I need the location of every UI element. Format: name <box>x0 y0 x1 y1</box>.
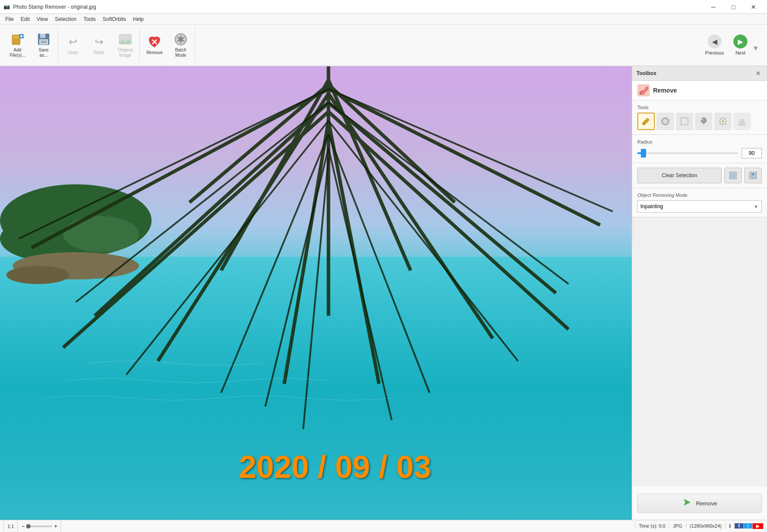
info-item[interactable]: ℹ <box>726 523 735 529</box>
svg-point-50 <box>663 119 668 124</box>
toolbox-spacer <box>632 217 767 487</box>
remove-section: Remove <box>632 81 767 100</box>
share-fb-icon: f <box>738 523 740 529</box>
original-image-label: OriginalImage <box>118 48 133 58</box>
export-selection-icon <box>749 171 757 180</box>
menu-selection[interactable]: Selection <box>52 14 80 24</box>
save-as-label: Saveas... <box>39 48 49 58</box>
radius-input[interactable] <box>742 148 762 158</box>
next-button[interactable]: ▶ Next <box>729 31 752 58</box>
tools-label: Tools <box>637 105 762 110</box>
time-text: Time (s): 0.0 <box>639 523 665 529</box>
redo-icon: ↪ <box>92 35 106 49</box>
svg-rect-65 <box>739 124 746 125</box>
file-group: AddFile(s)... Saveas... <box>3 27 58 62</box>
svg-rect-2 <box>13 38 19 38</box>
undo-button[interactable]: ↩ Undo <box>61 29 85 61</box>
share-yt-icon: ▶ <box>756 523 760 529</box>
radius-label: Radius <box>637 139 762 144</box>
zoom-level-item: 1:1 <box>3 520 18 532</box>
menu-file[interactable]: File <box>2 14 17 24</box>
svg-point-11 <box>121 36 124 39</box>
undo-label: Undo <box>68 50 78 55</box>
radius-slider[interactable] <box>637 152 738 154</box>
zoom-track[interactable] <box>26 525 52 527</box>
share-fb-item[interactable]: f <box>735 523 744 529</box>
menu-softorbits[interactable]: SoftOrbits <box>99 14 129 24</box>
magic-wand-button[interactable] <box>714 113 732 130</box>
import-selection-button[interactable] <box>724 168 742 183</box>
undo-icon: ↩ <box>66 35 80 49</box>
rect-select-button[interactable] <box>676 113 693 130</box>
tools-section: Tools <box>632 100 767 135</box>
save-as-button[interactable]: Saveas... <box>31 29 56 61</box>
radius-slider-thumb[interactable] <box>641 149 646 158</box>
share-yt-item[interactable]: ▶ <box>753 523 764 529</box>
remove-action-label: Remove <box>696 500 717 507</box>
menu-view[interactable]: View <box>33 14 52 24</box>
toolbox-panel: Toolbox ✕ Remove Tools <box>632 66 767 520</box>
mode-select[interactable]: Inpainting Content Aware Blur <box>637 200 762 213</box>
time-item: Time (s): 0.0 <box>635 523 669 529</box>
menu-help[interactable]: Help <box>130 14 148 24</box>
brush-tool-button[interactable] <box>637 113 655 130</box>
status-bar: 1:1 − + Time (s): 0.0 JPG (1280x960x24) … <box>0 520 767 532</box>
add-file-icon <box>10 32 24 46</box>
canvas-area[interactable]: 2020 / 09 / 03 <box>0 66 632 520</box>
svg-point-53 <box>701 119 703 120</box>
remove-action-button[interactable]: Remove <box>637 494 762 513</box>
menu-edit[interactable]: Edit <box>17 14 33 24</box>
toolbox-close-button[interactable]: ✕ <box>754 69 763 78</box>
menu-bar: File Edit View Selection Tools SoftOrbit… <box>0 14 767 24</box>
toolbar: AddFile(s)... Saveas... ↩ Undo ↪ Redo <box>0 24 767 66</box>
svg-marker-71 <box>684 499 691 506</box>
mode-section: Object Removing Mode Inpainting Content … <box>632 188 767 217</box>
magic-wand-icon <box>718 117 728 126</box>
remove-action-icon <box>682 497 692 508</box>
original-image-button[interactable]: OriginalImage <box>113 29 138 61</box>
svg-point-62 <box>722 120 724 122</box>
status-right: Time (s): 0.0 JPG (1280x960x24) ℹ f t ▶ <box>635 523 764 529</box>
eraser-tool-button[interactable] <box>657 113 674 130</box>
svg-line-60 <box>725 118 726 120</box>
svg-point-21 <box>6 266 69 284</box>
menu-tools[interactable]: Tools <box>80 14 99 24</box>
batch-mode-button[interactable]: BatchMode <box>169 29 193 61</box>
eraser-icon <box>660 117 670 126</box>
action-group: Remove BatchMode <box>141 27 195 62</box>
zoom-control-item: − + <box>18 520 61 532</box>
add-file-button[interactable]: AddFile(s)... <box>5 29 30 61</box>
zoom-plus-button[interactable]: + <box>54 523 57 529</box>
remove-button[interactable]: Remove <box>142 29 167 61</box>
dimensions-item: (1280x960x24) <box>686 523 726 529</box>
svg-line-59 <box>725 123 726 124</box>
format-item: JPG <box>669 523 686 529</box>
mode-label: Object Removing Mode <box>637 192 762 198</box>
minimize-button[interactable]: ─ <box>703 0 723 14</box>
radius-row <box>637 148 762 158</box>
window-controls: ─ □ ✕ <box>703 0 764 14</box>
add-file-label: AddFile(s)... <box>10 48 25 58</box>
redo-button[interactable]: ↪ Redo <box>87 29 111 61</box>
zoom-minus-button[interactable]: − <box>21 523 24 529</box>
batch-mode-icon <box>174 32 188 46</box>
stamp-tool-button[interactable] <box>733 113 751 130</box>
next-icon: ▶ <box>733 34 747 48</box>
fill-tool-button[interactable] <box>695 113 712 130</box>
import-selection-icon <box>729 171 737 180</box>
export-selection-button[interactable] <box>744 168 762 183</box>
remove-label: Remove <box>146 50 162 55</box>
svg-point-52 <box>701 118 706 123</box>
title-bar: 📷 Photo Stamp Remover - original.jpg ─ □… <box>0 0 767 14</box>
nav-dropdown-icon[interactable]: ▼ <box>752 45 759 52</box>
remove-btn-section: Remove <box>632 487 767 520</box>
window-title: Photo Stamp Remover - original.jpg <box>13 4 703 10</box>
close-button[interactable]: ✕ <box>743 0 764 14</box>
clear-selection-button[interactable]: Clear Selection <box>637 168 722 183</box>
previous-button[interactable]: ◀ Previous <box>700 31 729 58</box>
share-tw-item[interactable]: t <box>744 523 753 529</box>
dimensions-text: (1280x960x24) <box>690 523 722 529</box>
nav-area: ◀ Previous ▶ Next ▼ <box>700 31 764 58</box>
beach-scene: 2020 / 09 / 03 <box>0 66 632 520</box>
maximize-button[interactable]: □ <box>723 0 743 14</box>
